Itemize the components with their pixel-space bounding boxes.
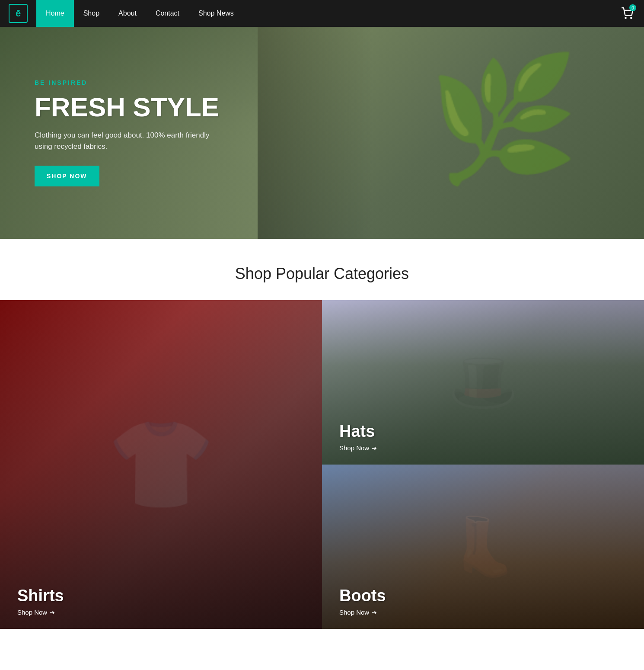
nav-link-shop[interactable]: Shop [74,0,109,27]
shirts-link-label: Shop Now [17,609,47,616]
nav-links: Home Shop About Contact Shop News [36,0,619,27]
hero-eyebrow: BE INSPIRED [35,79,225,86]
svg-point-0 [625,17,626,18]
hats-name: Hats [339,422,377,441]
category-card-hats[interactable]: 🎩 Hats Shop Now ➔ [322,300,644,465]
shirts-info: Shirts Shop Now ➔ [17,587,64,616]
hats-info: Hats Shop Now ➔ [339,422,377,452]
hero-content: BE INSPIRED FRESH STYLE Clothing you can… [0,53,259,212]
categories-title: Shop Popular Categories [0,265,644,283]
cart-button[interactable]: 0 [619,5,635,22]
boots-info: Boots Shop Now ➔ [339,587,386,616]
category-card-boots[interactable]: 👢 Boots Shop Now ➔ [322,465,644,629]
nav-link-home[interactable]: Home [36,0,74,27]
shirts-shop-now-link[interactable]: Shop Now ➔ [17,609,64,616]
boots-shop-now-link[interactable]: Shop Now ➔ [339,609,386,616]
cart-icon-wrap: 0 [619,5,635,22]
boots-name: Boots [339,587,386,605]
shirts-name: Shirts [17,587,64,605]
categories-grid: 👕 Shirts Shop Now ➔ 🎩 Hats Shop Now ➔ [0,300,644,629]
boots-link-label: Shop Now [339,609,369,616]
hats-shop-now-link[interactable]: Shop Now ➔ [339,444,377,452]
navbar: ē Home Shop About Contact Shop News 0 [0,0,644,27]
brand-logo[interactable]: ē [9,4,28,23]
hero-image [258,27,644,239]
categories-section: Shop Popular Categories 👕 Shirts Shop No… [0,239,644,629]
nav-link-about[interactable]: About [109,0,146,27]
hero-description: Clothing you can feel good about. 100% e… [35,130,225,152]
hats-arrow-icon: ➔ [372,445,377,452]
cart-count: 0 [629,4,636,11]
shirts-arrow-icon: ➔ [50,609,55,616]
category-card-shirts[interactable]: 👕 Shirts Shop Now ➔ [0,300,322,629]
shirts-visual: 👕 [0,300,322,629]
hero-section: BE INSPIRED FRESH STYLE Clothing you can… [0,27,644,239]
boots-arrow-icon: ➔ [372,609,377,616]
hero-title: FRESH STYLE [35,93,225,121]
hats-link-label: Shop Now [339,444,369,452]
nav-link-contact[interactable]: Contact [146,0,189,27]
logo-icon: ē [9,4,28,23]
hero-cta-button[interactable]: SHOP NOW [35,166,99,186]
nav-link-shop-news[interactable]: Shop News [189,0,243,27]
svg-point-1 [631,17,631,18]
